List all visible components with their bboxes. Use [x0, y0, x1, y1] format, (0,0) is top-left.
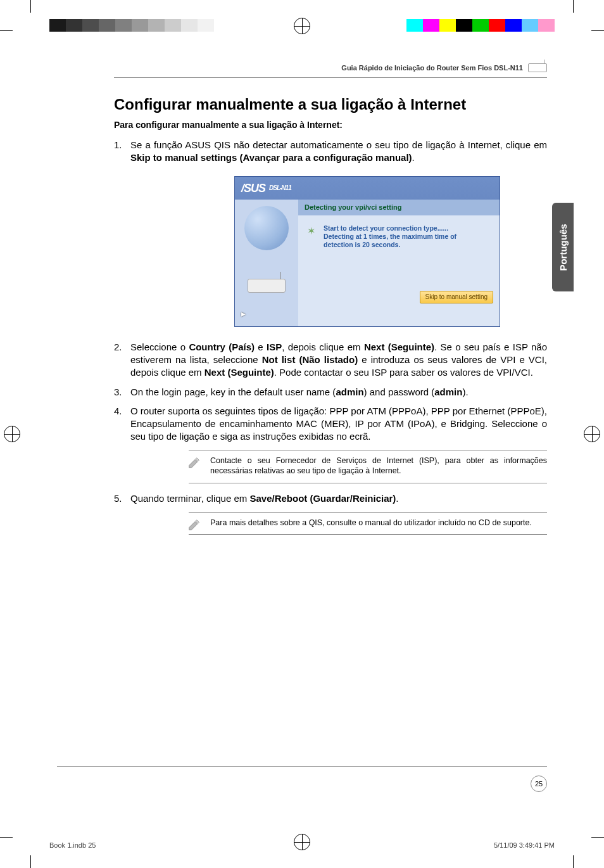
registration-mark-icon	[4, 426, 20, 442]
note-qis: Para mais detalhes sobre a QIS, consulte…	[189, 512, 547, 535]
lead-text: Para configurar manualmente a sua ligaçã…	[114, 120, 547, 130]
registration-mark-icon	[294, 18, 310, 34]
language-tab-label: Português	[558, 224, 569, 271]
slug-right: 5/11/09 3:49:41 PM	[494, 841, 555, 849]
detect-message: Start to detect your connection type....…	[324, 224, 456, 249]
step-text: On the login page, key in the default us…	[130, 386, 547, 399]
step-number: 5.	[114, 492, 130, 505]
page-number: 25	[531, 775, 547, 792]
step-number: 4.	[114, 405, 130, 444]
cursor-icon: ▸	[241, 308, 246, 320]
model-label: DSL-N11	[269, 184, 291, 193]
note-isp: Contacte o seu Fornecedor de Serviços de…	[189, 450, 547, 484]
router-icon	[528, 63, 547, 72]
note-pencil-icon	[187, 456, 201, 469]
registration-mark-icon	[584, 426, 600, 442]
step-text: Se a função ASUS QIS não detectar automa…	[130, 139, 547, 165]
router-image-icon	[248, 279, 286, 293]
step-number: 1.	[114, 139, 130, 165]
skip-manual-button[interactable]: Skip to manual setting	[420, 291, 493, 303]
step-text: O router suporta os seguintes tipos de l…	[130, 405, 547, 444]
globe-icon	[244, 206, 289, 250]
running-head: Guia Rápido de Iniciação do Router Sem F…	[114, 63, 547, 78]
detecting-bar: Detecting your vpi/vci setting	[305, 203, 401, 211]
step-text: Quando terminar, clique em Save/Reboot (…	[130, 492, 547, 505]
sparkle-icon: ✶	[307, 224, 318, 236]
qis-screenshot: /SUS DSL-N11 ▸ Detecting your vpi/vci se…	[234, 176, 500, 327]
note-pencil-icon	[187, 518, 201, 532]
page-title: Configurar manualmente a sua ligação à I…	[114, 96, 547, 113]
grayscale-swatches	[49, 19, 214, 32]
color-swatches	[406, 19, 555, 32]
print-slug: Book 1.indb 25 5/11/09 3:49:41 PM	[49, 841, 555, 849]
step-number: 3.	[114, 386, 130, 399]
running-head-text: Guia Rápido de Iniciação do Router Sem F…	[341, 64, 523, 72]
step-text: Seleccione o Country (País) e ISP, depoi…	[130, 341, 547, 380]
brand-logo: /SUS	[241, 181, 265, 196]
language-tab: Português	[552, 203, 574, 291]
slug-left: Book 1.indb 25	[49, 841, 96, 849]
step-number: 2.	[114, 341, 130, 380]
